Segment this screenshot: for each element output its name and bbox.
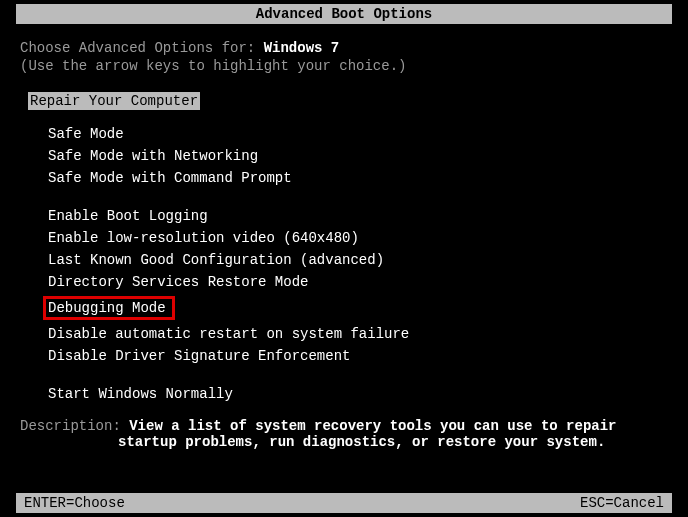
option-repair-your-computer[interactable]: Repair Your Computer — [28, 92, 200, 110]
footer-bar: ENTER=Choose ESC=Cancel — [16, 493, 672, 513]
selected-option-wrapper: Repair Your Computer — [20, 92, 668, 126]
description-label: Description: — [20, 418, 129, 434]
description-line-1: Description: View a list of system recov… — [20, 418, 668, 434]
title-bar: Advanced Boot Options — [16, 4, 672, 24]
description-block: Description: View a list of system recov… — [20, 418, 668, 450]
instruction-row: Choose Advanced Options for: Windows 7 — [20, 40, 668, 56]
option-disable-automatic-restart[interactable]: Disable automatic restart on system fail… — [48, 326, 668, 342]
annotation-highlight-box: Debugging Mode — [43, 296, 175, 320]
option-safe-mode-command-prompt[interactable]: Safe Mode with Command Prompt — [48, 170, 668, 186]
option-directory-services-restore[interactable]: Directory Services Restore Mode — [48, 274, 668, 290]
option-debugging-mode[interactable]: Debugging Mode — [48, 296, 668, 320]
option-disable-driver-signature[interactable]: Disable Driver Signature Enforcement — [48, 348, 668, 364]
option-enable-boot-logging[interactable]: Enable Boot Logging — [48, 208, 668, 224]
main-content: Choose Advanced Options for: Windows 7 (… — [0, 24, 688, 450]
option-last-known-good-config[interactable]: Last Known Good Configuration (advanced) — [48, 252, 668, 268]
footer-esc-hint: ESC=Cancel — [580, 495, 664, 511]
footer-enter-hint: ENTER=Choose — [24, 495, 125, 511]
description-text-2: startup problems, run diagnostics, or re… — [118, 434, 668, 450]
instruction-sub: (Use the arrow keys to highlight your ch… — [20, 58, 668, 74]
os-name: Windows 7 — [264, 40, 340, 56]
instruction-prefix: Choose Advanced Options for: — [20, 40, 264, 56]
description-text-1: View a list of system recovery tools you… — [129, 418, 616, 434]
gap — [48, 192, 668, 208]
option-safe-mode[interactable]: Safe Mode — [48, 126, 668, 142]
option-safe-mode-networking[interactable]: Safe Mode with Networking — [48, 148, 668, 164]
screen-title: Advanced Boot Options — [256, 6, 432, 22]
option-start-windows-normally[interactable]: Start Windows Normally — [48, 386, 668, 402]
option-low-resolution-video[interactable]: Enable low-resolution video (640x480) — [48, 230, 668, 246]
gap — [48, 370, 668, 386]
boot-options-list: Safe Mode Safe Mode with Networking Safe… — [48, 126, 668, 402]
